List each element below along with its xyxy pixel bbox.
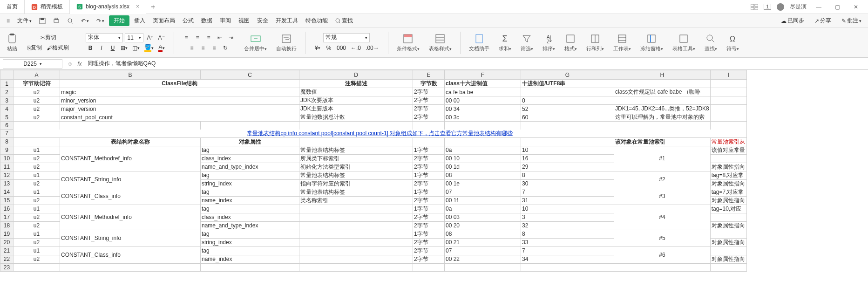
cell[interactable]: class_index	[201, 213, 299, 221]
indent-right-icon[interactable]: ⇥	[226, 33, 236, 42]
cell[interactable]: CONSTANT_Methodref_info	[60, 205, 201, 230]
cell[interactable]: CONSTANT_String_info	[60, 230, 201, 246]
fx-icon[interactable]: fx	[75, 61, 84, 67]
column-header[interactable]: A	[14, 70, 60, 80]
comments-button[interactable]: ✎ 批注▾	[839, 16, 864, 26]
name-box[interactable]: D225▾	[3, 59, 62, 68]
cell[interactable]: 常量池表结构标签	[299, 171, 413, 179]
cell[interactable]: 所属类下标索引	[299, 154, 413, 163]
cell[interactable]: string_index	[201, 179, 299, 188]
sync-status[interactable]: ☁ 已同步	[778, 16, 807, 26]
file-menu[interactable]: 文件▾	[14, 16, 34, 26]
cell[interactable]: minor_version	[60, 96, 299, 105]
cell[interactable]	[201, 122, 299, 130]
copy-button[interactable]: ⎘ 复制	[26, 43, 43, 53]
cell[interactable]	[614, 263, 711, 271]
row-header[interactable]: 7	[0, 130, 14, 138]
cell[interactable]: 7	[521, 246, 614, 255]
cell[interactable]	[710, 246, 746, 255]
cell[interactable]: u2	[14, 213, 60, 221]
cell-style-button[interactable]: ◫▾	[131, 43, 141, 53]
italic-button[interactable]: I	[97, 43, 106, 53]
cell[interactable]: string_index	[201, 238, 299, 246]
font-size-select[interactable]: 11 ▾	[125, 33, 143, 42]
cell[interactable]: 2字节	[413, 105, 445, 113]
cell[interactable]: u1	[14, 205, 60, 213]
tab-document[interactable]: S blog-analysis.xlsx ×	[70, 0, 146, 14]
cell[interactable]: 00 34	[445, 105, 521, 113]
cell[interactable]: name_index	[201, 255, 299, 263]
orientation-icon[interactable]: ↻	[221, 43, 230, 53]
cell[interactable]: 对象属性指向	[710, 221, 746, 230]
cell[interactable]: 这里可以理解为，常量池中对象的索	[614, 113, 711, 122]
cell[interactable]: #1	[614, 146, 711, 171]
cell[interactable]: 2字节	[413, 246, 445, 255]
cell[interactable]: 1字节	[413, 146, 445, 154]
column-header[interactable]: F	[445, 70, 521, 80]
row-header[interactable]: 14	[0, 188, 14, 196]
cell[interactable]: 注释描述	[299, 80, 413, 88]
menu-features[interactable]: 特色功能	[303, 16, 331, 26]
cell[interactable]: 8	[521, 171, 614, 179]
cell[interactable]: 2字节	[413, 88, 445, 96]
cell[interactable]: 08	[445, 171, 521, 179]
cell[interactable]	[413, 122, 445, 130]
merge-center-button[interactable]: 合并居中▾	[241, 32, 270, 53]
menu-data[interactable]: 数据	[198, 16, 215, 26]
cell[interactable]: 对象属性	[201, 137, 299, 146]
cell[interactable]: u2	[14, 179, 60, 188]
cell[interactable]: 2字节	[413, 238, 445, 246]
sort-button[interactable]: AZ排序▾	[540, 32, 558, 53]
cell[interactable]: 初始化方法类型索引	[299, 163, 413, 171]
cell[interactable]	[14, 122, 60, 130]
cell[interactable]: 字节数	[413, 80, 445, 88]
cell[interactable]: u2	[14, 238, 60, 246]
cell[interactable]: 00 1e	[445, 179, 521, 188]
cell[interactable]: name_and_type_index	[201, 163, 299, 171]
row-header[interactable]: 21	[0, 246, 14, 255]
cell[interactable]	[614, 80, 711, 88]
cell[interactable]: JDK主要版本	[299, 105, 413, 113]
spreadsheet-grid[interactable]: ABCDEFGHI 1字节助记符ClassFile结构注释描述字节数class十…	[0, 70, 868, 308]
cell[interactable]: u2	[14, 96, 60, 105]
row-header[interactable]: 9	[0, 146, 14, 154]
column-header[interactable]: E	[413, 70, 445, 80]
increase-decimal-icon[interactable]: ←.0	[349, 43, 362, 53]
cell[interactable]: u2	[14, 105, 60, 113]
cell[interactable]: 类名称索引	[299, 196, 413, 205]
doc-helper-button[interactable]: 文档助手	[466, 32, 492, 53]
cell[interactable]	[521, 88, 614, 96]
cell[interactable]: 10	[521, 146, 614, 154]
search-menu[interactable]: 查找	[332, 16, 356, 26]
close-icon[interactable]: ×	[136, 3, 139, 10]
cell[interactable]: tag	[201, 230, 299, 238]
cell[interactable]: 2字节	[413, 96, 445, 105]
cell[interactable]: 33	[521, 238, 614, 246]
cell[interactable]: name_and_type_index	[201, 221, 299, 230]
cell[interactable]: 00 21	[445, 238, 521, 246]
cell[interactable]	[299, 213, 413, 221]
cell[interactable]	[710, 213, 746, 221]
cell[interactable]: magic	[60, 88, 299, 96]
menu-security[interactable]: 安全	[254, 16, 271, 26]
cell[interactable]: 2字节	[413, 221, 445, 230]
cell[interactable]: 3	[521, 213, 614, 221]
cell[interactable]: 对象属性指向	[710, 196, 746, 205]
cell[interactable]: 表结构对象名称	[60, 137, 201, 146]
cell[interactable]	[299, 238, 413, 246]
cell[interactable]: 2字节	[413, 154, 445, 163]
align-top-icon[interactable]: ≡	[182, 33, 191, 42]
cell[interactable]	[521, 122, 614, 130]
cell[interactable]	[413, 137, 445, 146]
close-window-icon[interactable]: ✕	[849, 4, 862, 10]
print-icon[interactable]	[50, 17, 62, 25]
menu-formula[interactable]: 公式	[180, 16, 197, 26]
table-style-button[interactable]: 表格样式▾	[426, 32, 454, 53]
cell[interactable]: 8	[521, 230, 614, 238]
cell[interactable]: name_index	[201, 196, 299, 205]
cell[interactable]: u2	[14, 88, 60, 96]
column-header[interactable]: I	[710, 70, 746, 80]
cell[interactable]: 00 00	[445, 96, 521, 105]
conditional-format-button[interactable]: 条件格式▾	[394, 32, 422, 53]
save-icon[interactable]	[36, 17, 48, 25]
